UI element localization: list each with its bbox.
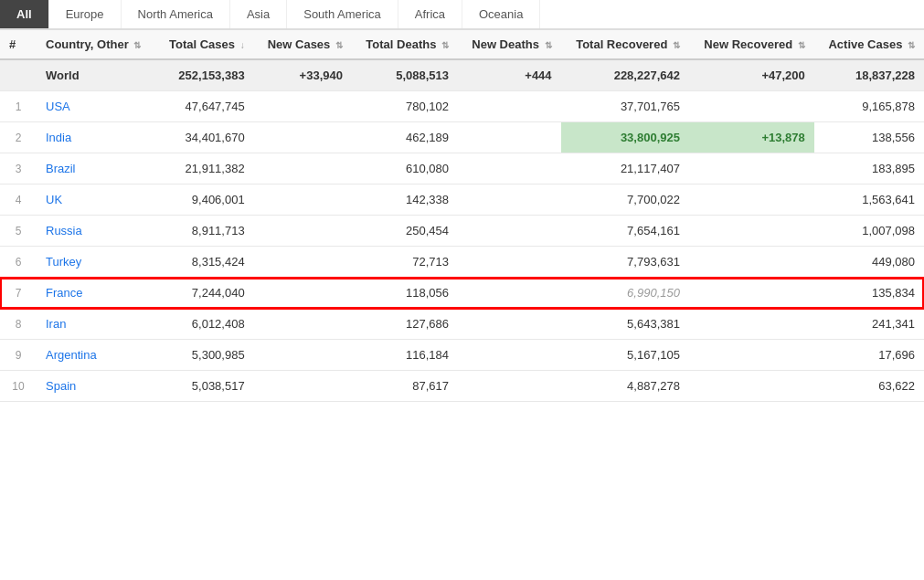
row-total-deaths: 127,686	[352, 309, 458, 340]
row-total-cases: 47,647,745	[155, 91, 254, 122]
table-row: 3 Brazil 21,911,382 610,080 21,117,407 1…	[0, 153, 924, 185]
row-active-cases: 1,563,641	[814, 185, 924, 216]
col-new-deaths[interactable]: New Deaths ⇅	[458, 30, 561, 60]
country-link[interactable]: France	[46, 286, 82, 300]
row-new-cases	[254, 309, 352, 340]
country-link[interactable]: India	[46, 131, 71, 144]
row-active-cases: 449,080	[814, 247, 924, 278]
row-new-cases	[254, 91, 352, 122]
row-active-cases: 1,007,098	[814, 216, 924, 247]
region-tab-oceania[interactable]: Oceania	[462, 0, 540, 28]
row-rank: 7	[0, 278, 37, 309]
sort-total-recovered-icon: ⇅	[673, 40, 680, 50]
country-link[interactable]: Spain	[46, 379, 76, 393]
col-total-cases[interactable]: Total Cases ↓	[155, 30, 254, 60]
new-recovered	[689, 247, 814, 278]
row-rank: 4	[0, 185, 37, 216]
col-total-deaths[interactable]: Total Deaths ⇅	[352, 30, 458, 60]
row-total-deaths: 462,189	[352, 122, 458, 153]
col-new-recovered[interactable]: New Recovered ⇅	[689, 30, 814, 60]
row-total-recovered: 7,654,161	[561, 216, 689, 247]
world-total-recovered: 228,227,642	[561, 59, 689, 91]
row-active-cases: 63,622	[814, 371, 924, 402]
col-total-recovered[interactable]: Total Recovered ⇅	[561, 30, 689, 60]
covid-table: # Country, Other ⇅ Total Cases ↓ New Cas…	[0, 29, 924, 402]
row-country[interactable]: Argentina	[37, 340, 155, 371]
col-rank[interactable]: #	[0, 30, 37, 60]
row-active-cases: 135,834	[814, 278, 924, 309]
row-new-cases	[254, 371, 352, 402]
row-new-deaths	[458, 278, 561, 309]
row-new-deaths	[458, 153, 561, 185]
region-tab-africa[interactable]: Africa	[398, 0, 462, 28]
table-row: 4 UK 9,406,001 142,338 7,700,022 1,563,6…	[0, 185, 924, 216]
row-rank: 5	[0, 216, 37, 247]
region-tabs: AllEuropeNorth AmericaAsiaSouth AmericaA…	[0, 0, 924, 29]
row-active-cases: 9,165,878	[814, 91, 924, 122]
country-link[interactable]: USA	[46, 100, 70, 113]
row-rank: 6	[0, 247, 37, 278]
region-tab-north-america[interactable]: North America	[122, 0, 230, 28]
row-new-cases	[254, 122, 352, 153]
row-country[interactable]: Spain	[37, 371, 155, 402]
header-row: # Country, Other ⇅ Total Cases ↓ New Cas…	[0, 30, 924, 60]
row-rank: 3	[0, 153, 37, 185]
row-active-cases: 17,696	[814, 340, 924, 371]
table-row: 6 Turkey 8,315,424 72,713 7,793,631 449,…	[0, 247, 924, 278]
region-tab-south-america[interactable]: South America	[287, 0, 398, 28]
country-link[interactable]: Argentina	[46, 348, 97, 362]
row-new-deaths	[458, 122, 561, 153]
row-total-cases: 21,911,382	[155, 153, 254, 185]
row-country[interactable]: Iran	[37, 309, 155, 340]
region-tab-asia[interactable]: Asia	[230, 0, 287, 28]
table-row: 2 India 34,401,670 462,189 33,800,925 +1…	[0, 122, 924, 153]
row-new-cases	[254, 247, 352, 278]
country-link[interactable]: Russia	[46, 224, 82, 237]
row-total-recovered: 5,643,381	[561, 309, 689, 340]
row-active-cases: 241,341	[814, 309, 924, 340]
sort-new-deaths-icon: ⇅	[545, 40, 552, 50]
row-total-recovered: 5,167,105	[561, 340, 689, 371]
col-active-cases[interactable]: Active Cases ⇅	[814, 30, 924, 60]
row-country[interactable]: USA	[37, 91, 155, 122]
row-country[interactable]: Russia	[37, 216, 155, 247]
world-rank	[0, 59, 37, 91]
new-recovered	[689, 340, 814, 371]
row-country[interactable]: Turkey	[37, 247, 155, 278]
row-country[interactable]: India	[37, 122, 155, 153]
row-country[interactable]: Brazil	[37, 153, 155, 185]
row-rank: 10	[0, 371, 37, 402]
country-link[interactable]: UK	[46, 193, 62, 206]
row-new-deaths	[458, 216, 561, 247]
new-recovered	[689, 153, 814, 185]
table-row: 7 France 7,244,040 118,056 6,990,150 135…	[0, 278, 924, 309]
row-rank: 8	[0, 309, 37, 340]
row-active-cases: 138,556	[814, 122, 924, 153]
row-country[interactable]: UK	[37, 185, 155, 216]
region-tab-europe[interactable]: Europe	[49, 0, 122, 28]
row-total-cases: 5,038,517	[155, 371, 254, 402]
world-total-deaths: 5,088,513	[352, 59, 458, 91]
table-row: 1 USA 47,647,745 780,102 37,701,765 9,16…	[0, 91, 924, 122]
sort-country-icon: ⇅	[133, 40, 141, 50]
country-link[interactable]: Turkey	[46, 255, 81, 269]
row-new-deaths	[458, 185, 561, 216]
col-country[interactable]: Country, Other ⇅	[37, 30, 155, 60]
country-link[interactable]: Brazil	[46, 162, 76, 175]
row-new-cases	[254, 278, 352, 309]
row-new-cases	[254, 153, 352, 185]
sort-total-deaths-icon: ⇅	[441, 40, 449, 50]
row-total-recovered: 37,701,765	[561, 91, 689, 122]
row-total-deaths: 87,617	[352, 371, 458, 402]
row-country[interactable]: France	[37, 278, 155, 309]
row-total-deaths: 780,102	[352, 91, 458, 122]
row-total-cases: 7,244,040	[155, 278, 254, 309]
country-link[interactable]: Iran	[46, 317, 66, 331]
row-total-recovered: 7,793,631	[561, 247, 689, 278]
world-total-cases: 252,153,383	[155, 59, 254, 91]
new-recovered	[689, 216, 814, 247]
row-total-cases: 8,911,713	[155, 216, 254, 247]
row-active-cases: 183,895	[814, 153, 924, 185]
col-new-cases[interactable]: New Cases ⇅	[254, 30, 352, 60]
region-tab-all[interactable]: All	[0, 0, 49, 28]
